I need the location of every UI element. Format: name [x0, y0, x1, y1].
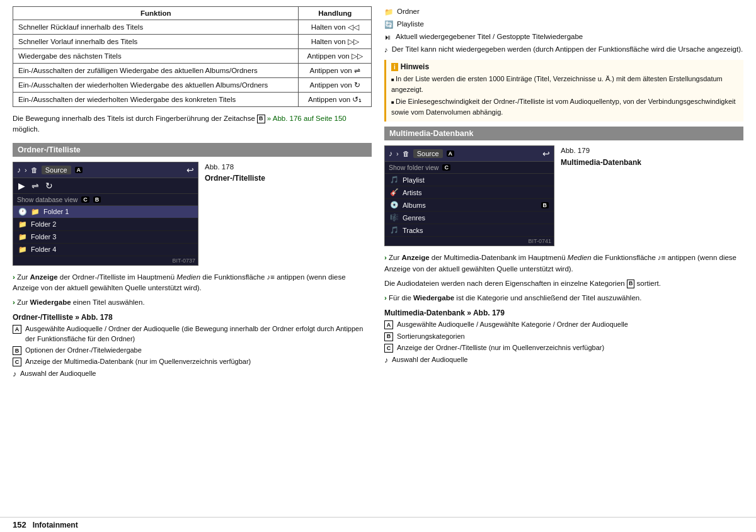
repeat-button[interactable]: ↻ [45, 181, 53, 191]
breadcrumb-sep: › [396, 150, 399, 157]
multimedia-body-3: › Für die Wiedergabe ist die Kategorie u… [384, 293, 743, 303]
section-note-suffix: möglich. [13, 125, 40, 133]
back-icon-right[interactable]: ↩ [542, 149, 550, 159]
section-note-text: Die Bewegung innerhalb des Titels ist du… [13, 115, 255, 122]
multimedia-body-2: Die Audiodateien werden nach deren Eigen… [384, 278, 743, 289]
trash-icon: 🗑 [403, 150, 410, 157]
folder-row-3[interactable]: 📁 Folder 3 [13, 231, 198, 244]
bullet-error: ♪ Der Titel kann nicht wiedergegeben wer… [384, 44, 743, 55]
tracks-icon: 🎵 [390, 226, 399, 234]
ref-text-a: Ausgewählte Audioquelle / Ausgewählte Ka… [397, 320, 628, 329]
folder-icon: 📁 [31, 208, 40, 216]
hint-title: i Hinweis [391, 62, 738, 71]
badge-c-right: C [442, 164, 450, 171]
bullet-playliste-text: Playliste [397, 19, 424, 29]
multimedia-screen: ♪ › 🗑 Source A ↩ Show folder view C 🎵 Pl… [384, 145, 554, 246]
multimedia-section-header: Multimedia-Datenbank [384, 127, 743, 140]
folder-icon: 📁 [18, 246, 27, 254]
screen-topbar-right: ♪ › 🗑 Source A ↩ [385, 146, 554, 162]
shuffle-button[interactable]: ⇌ [32, 181, 39, 191]
folder-name: Folder 1 [43, 208, 69, 215]
menu-item-label: Albums [403, 201, 426, 209]
folder-icon: 📁 [18, 220, 27, 229]
ordner-body-2: › Zur Wiedergabe einen Titel auswählen. [13, 297, 372, 308]
music-icon: ♪ [13, 369, 16, 380]
ref-item-music: ♪ Auswahl der Audioquelle [384, 355, 743, 366]
arrow-icon: › [13, 298, 15, 306]
ref-text-c: Anzeige der Multimedia-Datenbank (nur im… [25, 357, 251, 366]
folder-name: Folder 2 [31, 220, 56, 228]
info-icon: i [391, 63, 398, 71]
ordner-fig-label: Abb. 178 [205, 162, 265, 173]
multimedia-fig-label: Abb. 179 [561, 145, 641, 156]
ref-item-c: C Anzeige der Multimedia-Datenbank (nur … [13, 357, 372, 366]
function-table: Funktion Handlung Schneller Rücklauf inn… [13, 6, 372, 107]
page-footer: 152 Infotainment [0, 517, 756, 532]
folder-row-2[interactable]: 📁 Folder 2 [13, 218, 198, 231]
left-column: Funktion Handlung Schneller Rücklauf inn… [13, 6, 372, 511]
ref-badge-c: C [384, 344, 393, 353]
music-icon: ♪ [17, 166, 21, 174]
folder-icon: 📁 [18, 233, 27, 241]
hint-item-2: Die Einlesegeschwindigkeit der Ordner-/T… [391, 96, 738, 117]
section-note-link[interactable]: » Abb. 176 auf Seite 150 [267, 115, 346, 122]
bold-anzeige: Anzeige [30, 273, 57, 281]
ref-item-c: C Anzeige der Ordner-/Titelliste (nur im… [384, 343, 743, 353]
menu-playlist[interactable]: 🎵 Playlist [385, 174, 554, 186]
menu-genres[interactable]: 🎼 Genres [385, 212, 554, 224]
genres-icon: 🎼 [390, 213, 399, 222]
playlist-icon: 🎵 [390, 176, 399, 184]
music-icon: ♪ [389, 149, 392, 158]
badge-b: B [257, 115, 265, 123]
hint-box: i Hinweis In der Liste werden die ersten… [384, 60, 743, 122]
arrow-icon: › [384, 254, 387, 261]
table-row: Wiedergabe des nächsten Titels Antippen … [13, 49, 372, 64]
folder-row-1[interactable]: 🕐 📁 Folder 1 [13, 206, 198, 218]
screen-controls: ▶ ⇌ ↻ [13, 178, 198, 194]
play-button[interactable]: ▶ [18, 181, 25, 191]
folder-name: Folder 4 [31, 246, 56, 253]
page-number: 152 [13, 520, 26, 529]
badge-b-control: B [93, 196, 101, 203]
badge-c: C [81, 196, 89, 203]
table-row: Ein-/Ausschalten der wiederholten Wieder… [13, 93, 372, 107]
badge-b-albums: B [541, 202, 549, 208]
ref-text-c: Anzeige der Ordner-/Titelliste (nur im Q… [397, 343, 604, 353]
badge-b-inline: B [627, 280, 635, 288]
menu-tracks[interactable]: 🎵 Tracks [385, 224, 554, 237]
multimedia-screen-caption: Abb. 179 Multimedia-Datenbank [561, 145, 641, 168]
show-db-label[interactable]: Show database view [17, 196, 77, 203]
bit-label: BIT-0737 [13, 256, 198, 265]
multimedia-ref-title: Multimedia-Datenbank » Abb. 179 [384, 308, 743, 317]
back-icon[interactable]: ↩ [186, 165, 194, 175]
menu-item-label: Artists [403, 189, 422, 196]
screen-topbar: ♪ › 🗑 Source A ↩ [13, 162, 198, 178]
source-label[interactable]: Source [42, 166, 71, 174]
ref-text-a: Ausgewählte Audioquelle / Ordner der Aud… [25, 324, 372, 344]
bold-wiedergabe: Wiedergabe [30, 298, 71, 306]
bullet-playback-text: Aktuell wiedergegebener Titel / Gestoppt… [396, 31, 583, 42]
menu-artists[interactable]: 🎸 Artists [385, 186, 554, 199]
ordner-screen-caption: Abb. 178 Ordner-/Titelliste [205, 162, 265, 184]
ref-item-music: ♪ Auswahl der Audioquelle [13, 369, 372, 380]
table-header-funktion: Funktion [13, 7, 299, 20]
bullet-error-text: Der Titel kann nicht wiedergegeben werde… [392, 44, 743, 54]
ordner-ref-title: Ordner-/Titelliste » Abb. 178 [13, 313, 372, 322]
ref-item-b: B Optionen der Ordner-/Titelwiedergabe [13, 346, 372, 355]
section-note: Die Bewegung innerhalb des Titels ist du… [13, 113, 372, 135]
table-header-handlung: Handlung [299, 7, 372, 20]
playlist-icon: 🔄 [384, 20, 393, 30]
arrow-icon: › [384, 294, 387, 302]
menu-albums[interactable]: 💿 Albums B [385, 199, 554, 212]
show-folder-label[interactable]: Show folder view [389, 164, 438, 171]
bold-wiedergabe: Wiedergabe [413, 294, 454, 302]
bullet-ordner-text: Ordner [397, 6, 420, 16]
table-row: Ein-/Ausschalten der wiederholten Wieder… [13, 78, 372, 93]
folder-name: Folder 3 [31, 233, 56, 241]
hint-item-1: In der Liste werden die ersten 1000 Eint… [391, 74, 738, 94]
source-label-right[interactable]: Source [413, 149, 443, 158]
bullet-playliste: 🔄 Playliste [384, 19, 743, 30]
ordner-ref-section: Ordner-/Titelliste » Abb. 178 A Ausgewäh… [13, 313, 372, 379]
folder-row-4[interactable]: 📁 Folder 4 [13, 244, 198, 256]
music-icon: ♪ [384, 355, 388, 366]
